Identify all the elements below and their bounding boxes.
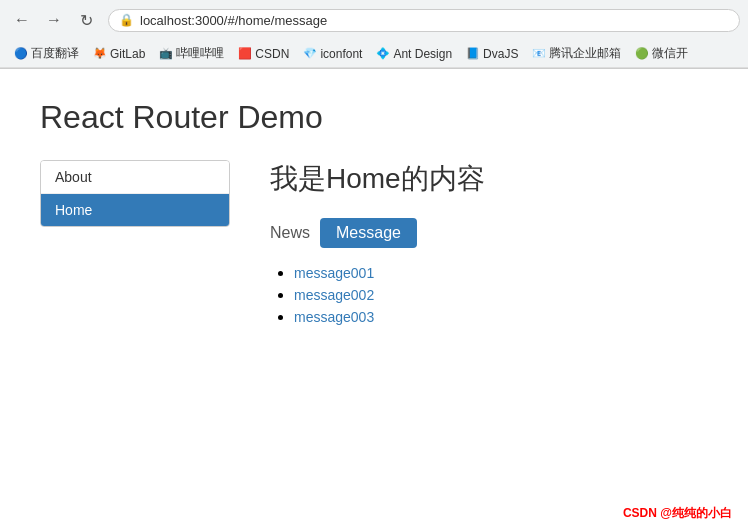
- list-item: message002: [294, 286, 708, 304]
- home-heading: 我是Home的内容: [270, 160, 708, 198]
- address-bar[interactable]: 🔒 localhost:3000/#/home/message: [108, 9, 740, 32]
- message-list: message001 message002 message003: [270, 264, 708, 326]
- sub-nav: News Message: [270, 218, 708, 248]
- footer: CSDN @纯纯的小白: [623, 505, 732, 522]
- bookmark-wechat[interactable]: 🟢 微信开: [629, 43, 694, 64]
- bookmarks-bar: 🔵 百度翻译 🦊 GitLab 📺 哔哩哔哩 🟥 CSDN 💎 iconfont…: [0, 40, 748, 68]
- bookmark-tencent-mail[interactable]: 📧 腾讯企业邮箱: [526, 43, 627, 64]
- nav-item-about[interactable]: About: [41, 161, 229, 194]
- message-link-001[interactable]: message001: [294, 265, 374, 281]
- main-layout: About Home 我是Home的内容 News Message messag…: [40, 160, 708, 330]
- page-content: React Router Demo About Home 我是Home的内容 N…: [0, 69, 748, 529]
- browser-chrome: ← → ↻ 🔒 localhost:3000/#/home/message 🔵 …: [0, 0, 748, 69]
- message-button[interactable]: Message: [320, 218, 417, 248]
- news-link[interactable]: News: [270, 220, 310, 246]
- forward-button[interactable]: →: [40, 6, 68, 34]
- csdn-icon: 🟥: [238, 47, 252, 60]
- dvajs-icon: 📘: [466, 47, 480, 60]
- url-text: localhost:3000/#/home/message: [140, 13, 327, 28]
- wechat-icon: 🟢: [635, 47, 649, 60]
- reload-button[interactable]: ↻: [72, 6, 100, 34]
- message-link-003[interactable]: message003: [294, 309, 374, 325]
- ant-design-icon: 💠: [376, 47, 390, 60]
- gitlab-icon: 🦊: [93, 47, 107, 60]
- right-content: 我是Home的内容 News Message message001 messag…: [270, 160, 708, 330]
- tencent-mail-icon: 📧: [532, 47, 546, 60]
- bookmark-csdn[interactable]: 🟥 CSDN: [232, 45, 295, 63]
- lock-icon: 🔒: [119, 13, 134, 27]
- bookmark-gitlab[interactable]: 🦊 GitLab: [87, 45, 151, 63]
- baidu-icon: 🔵: [14, 47, 28, 60]
- bilibili-icon: 📺: [159, 47, 173, 60]
- nav-item-home[interactable]: Home: [41, 194, 229, 226]
- list-item: message001: [294, 264, 708, 282]
- bookmark-bilibili[interactable]: 📺 哔哩哔哩: [153, 43, 230, 64]
- message-link-002[interactable]: message002: [294, 287, 374, 303]
- nav-list: About Home: [40, 160, 230, 227]
- bookmark-ant-design[interactable]: 💠 Ant Design: [370, 45, 458, 63]
- page-title: React Router Demo: [40, 99, 708, 136]
- bookmark-dvajs[interactable]: 📘 DvaJS: [460, 45, 524, 63]
- list-item: message003: [294, 308, 708, 326]
- nav-buttons: ← → ↻: [8, 6, 100, 34]
- footer-text: CSDN @纯纯的小白: [623, 506, 732, 520]
- bookmark-baidu-translate[interactable]: 🔵 百度翻译: [8, 43, 85, 64]
- back-button[interactable]: ←: [8, 6, 36, 34]
- bookmark-iconfont[interactable]: 💎 iconfont: [297, 45, 368, 63]
- iconfont-icon: 💎: [303, 47, 317, 60]
- address-bar-row: ← → ↻ 🔒 localhost:3000/#/home/message: [0, 0, 748, 40]
